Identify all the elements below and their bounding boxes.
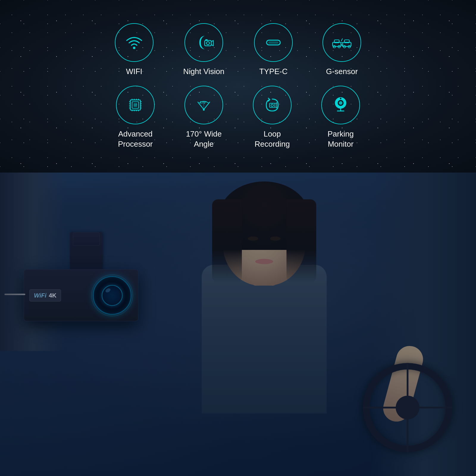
dashcam-device: WiFi 4K — [24, 232, 149, 321]
svg-text:170°: 170° — [200, 101, 207, 104]
advanced-processor-label: AdvancedProcessor — [118, 129, 153, 149]
feature-type-c: TYPE-C — [254, 23, 293, 77]
wide-angle-label: 170° WideAngle — [186, 129, 222, 149]
steering-wheel — [363, 363, 452, 452]
g-sensor-circle — [322, 23, 361, 62]
loop-recording-label: LoopRecording — [255, 129, 290, 149]
svg-rect-16 — [134, 103, 137, 107]
wifi-4k-badge: WiFi 4K — [29, 289, 61, 301]
wifi-icon — [124, 32, 145, 53]
dashcam-cable — [4, 294, 25, 295]
feature-wifi: WIFI — [115, 23, 154, 77]
svg-point-43 — [340, 98, 342, 99]
loop-recording-circle — [253, 86, 292, 124]
svg-rect-3 — [205, 39, 208, 41]
type-c-icon — [263, 32, 284, 53]
type-c-circle — [254, 23, 293, 62]
suction-cup — [73, 232, 100, 245]
wide-angle-icon: 170° — [193, 95, 214, 115]
4k-badge-text: 4K — [49, 292, 57, 299]
feature-night-vision: Night Vision — [183, 23, 224, 77]
features-section: WIFI Night Vision — [0, 0, 476, 173]
g-sensor-label: G-sensor — [326, 67, 358, 77]
hair-right — [286, 199, 316, 283]
night-vision-circle — [184, 23, 223, 62]
svg-rect-1 — [205, 40, 211, 46]
type-c-label: TYPE-C — [259, 67, 287, 77]
person-figure — [181, 181, 347, 414]
lens-ring — [91, 275, 133, 316]
feature-parking-monitor: ParkingMonitor — [321, 86, 360, 149]
advanced-processor-circle — [116, 86, 155, 124]
dashcam-body: WiFi 4K — [24, 269, 138, 321]
feature-g-sensor: G-sensor — [322, 23, 361, 77]
person-body — [202, 265, 327, 414]
eye-left — [248, 237, 258, 241]
lips — [255, 259, 273, 264]
features-row-2: AdvancedProcessor 170° 170° WideAngle — [116, 86, 360, 149]
night-vision-label: Night Vision — [183, 67, 224, 77]
wifi-badge-text: WiFi — [34, 292, 46, 299]
features-row-1: WIFI Night Vision — [115, 23, 361, 77]
car-section: WiFi 4K — [0, 173, 476, 476]
night-vision-icon — [193, 32, 214, 53]
wifi-label: WIFI — [126, 67, 142, 77]
feature-advanced-processor: AdvancedProcessor — [116, 86, 155, 149]
chip-icon — [125, 95, 146, 115]
g-sensor-icon — [331, 32, 352, 53]
parking-monitor-circle — [321, 86, 360, 124]
loop-icon — [262, 95, 283, 115]
svg-point-37 — [271, 104, 273, 107]
feature-loop-recording: LoopRecording — [253, 86, 292, 149]
feature-wide-angle: 170° 170° WideAngle — [184, 86, 223, 149]
wide-angle-circle: 170° — [184, 86, 223, 124]
svg-point-40 — [339, 101, 342, 105]
svg-rect-5 — [268, 41, 278, 44]
hair-left — [212, 199, 242, 283]
wifi-circle — [115, 23, 154, 62]
svg-point-0 — [133, 47, 135, 49]
wheel-center — [396, 396, 419, 419]
svg-point-2 — [206, 42, 209, 45]
parking-icon — [330, 95, 351, 115]
parking-monitor-label: ParkingMonitor — [328, 129, 354, 149]
lens-outer — [93, 276, 131, 315]
eye-right — [270, 237, 281, 241]
